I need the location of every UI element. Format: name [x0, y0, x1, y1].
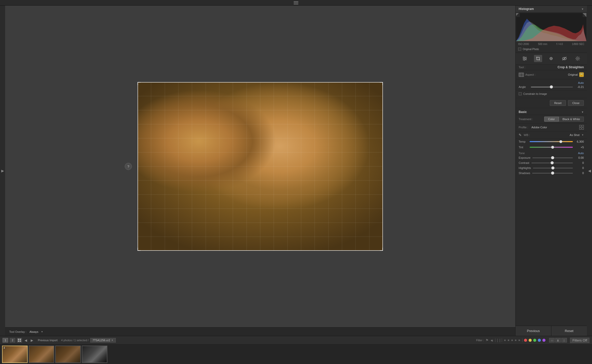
angle-label: Angle: [519, 85, 529, 88]
star-3[interactable]: ★: [511, 338, 514, 342]
profile-value[interactable]: Adobe Color: [531, 126, 547, 129]
angle-auto-btn[interactable]: Auto: [578, 81, 584, 84]
filters-off-btn[interactable]: Filters Off: [570, 338, 589, 343]
temp-track[interactable]: [530, 141, 573, 142]
color-green-dot[interactable]: [533, 339, 536, 342]
tool-overlay-value[interactable]: Always: [29, 330, 38, 333]
photo-canvas[interactable]: ?: [5, 6, 515, 327]
geometry-icon[interactable]: [574, 55, 582, 62]
shadows-thumb[interactable]: [551, 172, 554, 175]
help-button[interactable]: ?: [125, 163, 132, 170]
thumbnail-2[interactable]: [29, 346, 54, 363]
color-yellow-dot[interactable]: [529, 339, 532, 342]
right-panel-toggle[interactable]: ◀: [587, 6, 592, 336]
prev-photo-btn[interactable]: ◀: [24, 338, 28, 343]
contrast-label: Contrast: [519, 161, 529, 164]
contrast-track[interactable]: [531, 163, 573, 163]
constrain-checkbox[interactable]: [519, 92, 522, 95]
grid-view-btn[interactable]: [17, 338, 22, 343]
right-arrow-icon: ◀: [588, 169, 591, 173]
filter-separator2: |: [499, 338, 500, 342]
view-btn-1[interactable]: ▭: [549, 338, 555, 343]
tool-icons-row: [516, 53, 587, 64]
color-red-dot[interactable]: [524, 339, 527, 342]
histogram-header[interactable]: Histogram ▼: [516, 6, 587, 13]
filmstrip-toolbar: 1 2 ◀ ▶ Previous Import 4 photos / 1 sel…: [0, 336, 592, 345]
view-btn-2[interactable]: ▮: [555, 338, 561, 343]
treatment-bw-btn[interactable]: Black & White: [559, 117, 584, 122]
exposure-thumb[interactable]: [551, 156, 554, 159]
filter-separator1: |: [497, 338, 498, 342]
profile-browser-icon[interactable]: [579, 125, 584, 130]
crop-icon[interactable]: [534, 55, 542, 62]
tint-slider-row: Tint +5: [516, 144, 587, 150]
highlights-label: Highlights: [519, 166, 531, 169]
tool-value: Crop & Straighten: [557, 65, 584, 69]
color-blue-dot[interactable]: [538, 339, 541, 342]
aperture-value: f / 4.0: [556, 43, 563, 46]
masking-icon[interactable]: [560, 55, 568, 62]
shadows-track[interactable]: [532, 173, 573, 174]
tone-auto-btn[interactable]: Auto: [578, 152, 584, 155]
view-btn-3[interactable]: ▯: [561, 338, 567, 343]
angle-thumb[interactable]: [550, 85, 553, 88]
exposure-track[interactable]: [532, 157, 573, 158]
left-panel-toggle[interactable]: ▶: [0, 6, 5, 336]
thumbnail-3[interactable]: [55, 346, 81, 363]
angle-value: -0.21: [575, 85, 584, 88]
temp-label: Temp: [519, 140, 528, 143]
star-5[interactable]: ★: [518, 338, 521, 342]
highlights-value: 0: [575, 166, 584, 169]
page-1-btn[interactable]: 1: [3, 338, 8, 343]
basic-header[interactable]: Basic ▼: [516, 108, 587, 115]
filmstrip-photos: 4: [0, 345, 592, 364]
original-photo-checkbox[interactable]: [518, 48, 521, 51]
star-1[interactable]: ★: [504, 338, 506, 342]
crop-close-btn[interactable]: Close: [568, 100, 584, 106]
basic-adjustments-icon[interactable]: [521, 55, 529, 62]
star-2[interactable]: ★: [507, 338, 510, 342]
thumbnail-4[interactable]: [82, 346, 107, 363]
filename-btn[interactable]: 7T5A1256.cr2 ▼: [90, 338, 116, 343]
bottom-action-buttons: Previous Reset: [516, 326, 587, 336]
page-2-btn[interactable]: 2: [10, 338, 15, 343]
treatment-color-btn[interactable]: Color: [544, 117, 559, 122]
highlights-thumb[interactable]: [551, 166, 554, 169]
flag-picked-btn[interactable]: ⚑: [485, 338, 489, 342]
wb-value[interactable]: As Shot: [570, 133, 580, 136]
right-panel: Histogram ▼: [515, 6, 587, 336]
filename-dropdown[interactable]: ▼: [111, 339, 113, 342]
svg-rect-50: [18, 340, 19, 342]
angle-section: Auto Angle -0.21: [516, 79, 587, 91]
color-purple-dot[interactable]: [542, 339, 545, 342]
heal-icon[interactable]: [547, 55, 555, 62]
aspect-preset-icon[interactable]: [519, 73, 524, 77]
left-arrow-icon: ▶: [1, 169, 4, 173]
menu-icon[interactable]: [294, 1, 298, 4]
filter-section: Filter : ⚑ ⚑ | | ★ ★ ★ ★ ★ ▭ ▮ ▯: [476, 338, 589, 343]
shutter-value: 1/800 SEC: [572, 43, 584, 46]
profile-row: Profile : Adobe Color: [516, 123, 587, 131]
next-photo-btn[interactable]: ▶: [30, 338, 34, 343]
thumbnail-1[interactable]: 4: [2, 346, 28, 363]
star-4[interactable]: ★: [514, 338, 517, 342]
reset-button[interactable]: Reset: [551, 326, 587, 336]
aspect-value[interactable]: Original: [568, 73, 578, 76]
highlights-track[interactable]: [533, 168, 573, 168]
eyedropper-icon[interactable]: ✎: [519, 133, 522, 137]
wb-dropdown-arrow[interactable]: ▼: [582, 134, 584, 136]
tint-track[interactable]: [530, 147, 573, 148]
angle-track[interactable]: [531, 87, 573, 87]
histogram-meta: ISO 2000 500 mm f / 4.0 1/800 SEC: [516, 42, 587, 47]
svg-rect-49: [20, 339, 21, 340]
tone-header-row: Tone Auto: [516, 150, 587, 155]
previous-button[interactable]: Previous: [516, 326, 551, 336]
exposure-row: Exposure 0.00: [516, 155, 587, 160]
tint-thumb[interactable]: [551, 146, 554, 149]
aspect-lock-icon[interactable]: 🔒: [579, 72, 584, 77]
crop-reset-btn[interactable]: Reset: [550, 100, 566, 106]
temp-thumb[interactable]: [559, 140, 562, 143]
flag-none-btn[interactable]: ⚑: [490, 338, 494, 342]
tool-overlay-arrow[interactable]: ▼: [41, 331, 43, 333]
contrast-thumb[interactable]: [551, 161, 554, 164]
